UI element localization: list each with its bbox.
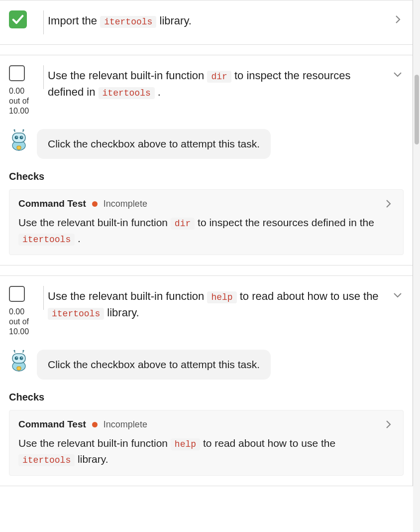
task-header[interactable]: Import the itertools library. bbox=[9, 10, 404, 34]
check-title: Command Test bbox=[18, 198, 86, 209]
expand-toggle[interactable] bbox=[384, 10, 404, 25]
task-list: Import the itertools library.0.00out of1… bbox=[0, 0, 413, 486]
check-status: Incomplete bbox=[104, 419, 147, 430]
text-fragment: library. bbox=[156, 14, 192, 27]
code-token: help bbox=[207, 291, 236, 303]
text-fragment: to read about how to use the bbox=[237, 290, 379, 302]
task-header[interactable]: 0.00out of10.00Use the relevant built-in… bbox=[9, 65, 404, 116]
status-column: 0.00out of10.00 bbox=[9, 286, 39, 337]
bot-message-row: Click the checkbox above to attempt this… bbox=[9, 350, 404, 380]
task-item: 0.00out of10.00Use the relevant built-in… bbox=[0, 275, 413, 486]
task-description: Use the relevant built-in function help … bbox=[48, 286, 384, 321]
svg-point-14 bbox=[15, 357, 18, 360]
score-max: 10.00 bbox=[9, 106, 29, 116]
svg-point-17 bbox=[21, 357, 22, 358]
task-description: Use the relevant built-in function dir t… bbox=[48, 65, 384, 100]
check-status: Incomplete bbox=[104, 199, 147, 209]
status-column: 0.00out of10.00 bbox=[9, 65, 39, 116]
svg-rect-12 bbox=[17, 367, 21, 370]
code-token: dir bbox=[207, 71, 231, 83]
divider bbox=[39, 286, 48, 310]
chevron-down-icon bbox=[392, 68, 404, 80]
score-display: 0.00out of10.00 bbox=[9, 86, 29, 116]
chevron-right-icon bbox=[382, 198, 394, 210]
chevron-down-icon bbox=[392, 289, 404, 301]
check-body: Use the relevant built-in function help … bbox=[18, 435, 394, 467]
checks-heading: Checks bbox=[9, 392, 404, 403]
code-token: itertools bbox=[18, 234, 75, 246]
check-card[interactable]: Command TestIncompleteUse the relevant b… bbox=[9, 189, 404, 255]
divider bbox=[39, 65, 48, 89]
bot-avatar-icon bbox=[9, 350, 29, 372]
chevron-right-icon bbox=[392, 13, 404, 25]
text-fragment: Import the bbox=[48, 14, 100, 27]
expand-toggle[interactable] bbox=[384, 65, 404, 80]
svg-point-21 bbox=[22, 350, 24, 351]
scrollbar-track[interactable] bbox=[413, 0, 420, 532]
bot-message-row: Click the checkbox above to attempt this… bbox=[9, 129, 404, 159]
svg-rect-1 bbox=[17, 146, 21, 149]
text-fragment: Use the relevant built-in function bbox=[18, 437, 171, 449]
svg-point-6 bbox=[21, 136, 22, 137]
text-fragment: . bbox=[155, 86, 161, 98]
checkmark-icon bbox=[11, 12, 25, 26]
expand-toggle[interactable] bbox=[384, 286, 404, 301]
text-fragment: library. bbox=[104, 306, 139, 319]
scrollbar-thumb[interactable] bbox=[415, 75, 419, 144]
status-dot-icon bbox=[92, 201, 98, 207]
svg-point-9 bbox=[13, 129, 15, 131]
status-dot-icon bbox=[92, 422, 98, 427]
task-header[interactable]: 0.00out of10.00Use the relevant built-in… bbox=[9, 286, 404, 337]
svg-point-5 bbox=[16, 136, 17, 137]
text-fragment: . bbox=[75, 233, 81, 244]
check-title: Command Test bbox=[18, 419, 86, 430]
svg-rect-2 bbox=[12, 133, 25, 142]
checkbox[interactable] bbox=[9, 286, 25, 302]
task-item: 0.00out of10.00Use the relevant built-in… bbox=[0, 55, 413, 266]
text-fragment: Use the relevant built-in function bbox=[48, 69, 207, 82]
code-token: itertools bbox=[48, 308, 104, 320]
divider bbox=[39, 10, 48, 34]
checkbox-done[interactable] bbox=[9, 10, 27, 28]
svg-point-10 bbox=[22, 129, 24, 131]
svg-point-16 bbox=[16, 357, 17, 358]
task-description: Import the itertools library. bbox=[48, 10, 384, 29]
task-item: Import the itertools library. bbox=[0, 0, 413, 45]
text-fragment: to read about how to use the bbox=[200, 437, 335, 449]
text-fragment: Use the relevant built-in function bbox=[18, 217, 171, 228]
text-fragment: Use the relevant built-in function bbox=[48, 290, 207, 302]
code-token: dir bbox=[171, 218, 195, 230]
svg-point-4 bbox=[20, 136, 23, 139]
checkbox[interactable] bbox=[9, 65, 25, 81]
code-token: itertools bbox=[100, 16, 156, 28]
svg-point-3 bbox=[15, 136, 18, 139]
score-current: 0.00 bbox=[9, 86, 29, 96]
check-header: Command TestIncomplete bbox=[18, 198, 394, 210]
code-token: itertools bbox=[18, 454, 75, 466]
check-card[interactable]: Command TestIncompleteUse the relevant b… bbox=[9, 410, 404, 476]
bot-message: Click the checkbox above to attempt this… bbox=[37, 350, 271, 380]
check-body: Use the relevant built-in function dir t… bbox=[18, 215, 394, 247]
check-header: Command TestIncomplete bbox=[18, 418, 394, 430]
svg-point-15 bbox=[20, 357, 23, 360]
svg-rect-13 bbox=[12, 354, 25, 363]
code-token: help bbox=[171, 438, 200, 450]
text-fragment: library. bbox=[75, 453, 108, 465]
score-label: out of bbox=[9, 317, 29, 327]
code-token: itertools bbox=[99, 87, 155, 99]
status-column bbox=[9, 10, 39, 28]
score-current: 0.00 bbox=[9, 307, 29, 317]
bot-message: Click the checkbox above to attempt this… bbox=[37, 129, 271, 159]
score-label: out of bbox=[9, 96, 29, 106]
chevron-right-icon bbox=[382, 418, 394, 430]
score-max: 10.00 bbox=[9, 327, 29, 337]
text-fragment: to inspect the resources defined in the bbox=[195, 217, 374, 228]
bot-avatar-icon bbox=[9, 129, 29, 151]
svg-point-20 bbox=[13, 350, 15, 351]
checks-heading: Checks bbox=[9, 171, 404, 182]
score-display: 0.00out of10.00 bbox=[9, 307, 29, 337]
